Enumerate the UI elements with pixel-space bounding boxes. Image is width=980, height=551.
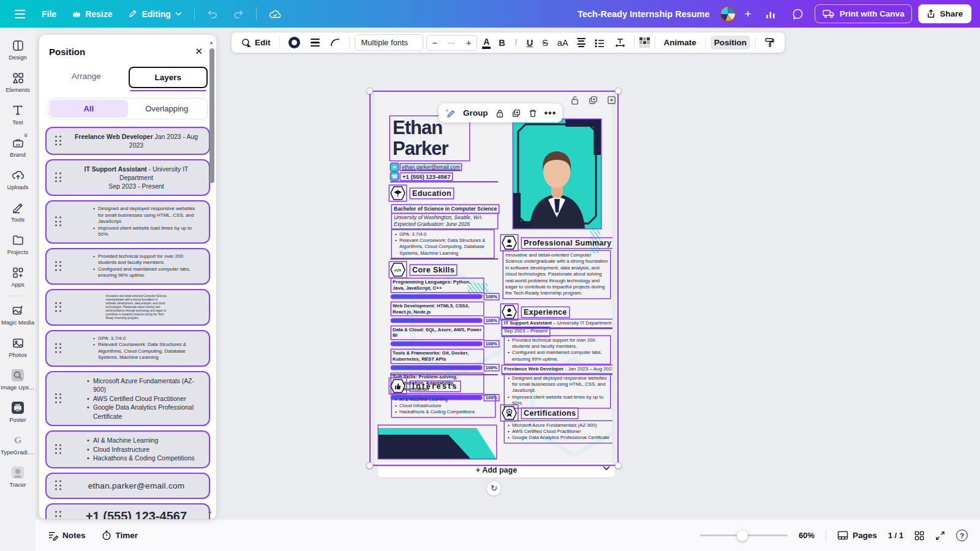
certifications-header[interactable]: Certifications xyxy=(501,405,578,421)
sidebar-item-tools[interactable]: Tools xyxy=(0,196,36,228)
animate-button[interactable]: Animate xyxy=(660,36,700,50)
filter-overlapping[interactable]: Overlapping xyxy=(128,100,206,118)
undo-icon[interactable] xyxy=(201,6,224,22)
resize-handle[interactable] xyxy=(615,462,622,469)
drag-handle-icon[interactable] xyxy=(55,173,62,183)
zoom-slider-thumb[interactable] xyxy=(737,530,748,541)
layer-item[interactable]: Provided technical support for over 200 … xyxy=(45,248,210,285)
drag-handle-icon[interactable] xyxy=(55,511,62,520)
font-size-minus[interactable]: − xyxy=(427,36,443,50)
help-icon[interactable]: ? xyxy=(956,530,968,541)
sidebar-item-tracer[interactable]: Tracer xyxy=(0,461,36,493)
layer-item[interactable]: Freelance Web Developer Jan 2023 - Aug 2… xyxy=(45,127,210,155)
font-size-value[interactable]: -- xyxy=(443,36,461,50)
panel-scrollbar[interactable] xyxy=(209,48,214,183)
skill-row[interactable]: Web Development: HTML5, CSS3, React.js, … xyxy=(391,302,499,323)
sidebar-item-magic-media[interactable]: Magic Media xyxy=(0,299,36,331)
summary-header[interactable]: Professional Summary xyxy=(501,235,612,250)
insights-chart-icon[interactable] xyxy=(760,6,781,23)
file-button[interactable]: File xyxy=(36,6,62,23)
drag-handle-icon[interactable] xyxy=(55,343,62,353)
sidebar-item-projects[interactable]: Projects xyxy=(0,228,36,261)
skill-bar[interactable] xyxy=(391,366,481,369)
fullscreen-icon[interactable] xyxy=(935,531,945,541)
drag-handle-icon[interactable] xyxy=(55,481,62,491)
line-curve-icon[interactable] xyxy=(326,36,344,50)
tab-arrange[interactable]: Arrange xyxy=(48,67,125,88)
sidebar-item-text[interactable]: Text xyxy=(0,99,36,131)
summary-text[interactable]: Innovative and detail-oriented Computer … xyxy=(503,251,610,298)
timer-button[interactable]: Timer xyxy=(102,530,138,541)
skill-label[interactable]: Web Development: HTML5, CSS3, React.js, … xyxy=(391,302,483,316)
grid-view-icon[interactable] xyxy=(914,531,924,541)
divider[interactable] xyxy=(390,374,498,375)
chevron-down-icon[interactable] xyxy=(603,466,610,471)
position-button[interactable]: Position xyxy=(710,36,750,50)
school-lines[interactable]: University of Washington, Seattle, WA Ex… xyxy=(392,214,497,228)
layer-item[interactable]: IT Support Assistant - University IT Dep… xyxy=(45,159,210,196)
sidebar-item-photos[interactable]: Photos xyxy=(0,331,36,364)
email-row[interactable]: ✉ ethan.parker@email.com xyxy=(391,163,461,171)
zoom-level[interactable]: 60% xyxy=(799,531,815,540)
duplicate-icon[interactable] xyxy=(511,108,521,118)
text-color-button[interactable]: A xyxy=(480,36,492,50)
interests-bullets[interactable]: AI & Machine LearningCloud Infrastructur… xyxy=(392,395,495,417)
sidebar-item-uploads[interactable]: Uploads xyxy=(0,163,36,196)
design-page[interactable]: EthanParker ✉ ethan.parker@email.com ☎ +… xyxy=(375,92,612,465)
tab-layers[interactable]: Layers xyxy=(129,67,208,88)
skill-row[interactable]: Tools & Frameworks: Git, Docker, Kuberne… xyxy=(391,350,499,370)
drag-handle-icon[interactable] xyxy=(55,136,62,146)
layer-item[interactable]: Microsoft Azure Fundamentals (AZ-900)AWS… xyxy=(45,371,210,427)
menu-icon[interactable] xyxy=(9,5,32,23)
editing-mode-dropdown[interactable]: Editing xyxy=(122,6,187,23)
edit-button[interactable]: Edit xyxy=(238,36,274,50)
print-with-canva-button[interactable]: Print with Canva xyxy=(815,4,913,23)
resize-button[interactable]: Resize xyxy=(66,6,118,23)
layer-item[interactable]: Designed and deployed responsive website… xyxy=(45,200,210,244)
cloud-saved-icon[interactable] xyxy=(263,6,287,23)
paint-roller-icon[interactable] xyxy=(761,35,778,50)
rotate-page-button[interactable]: ↻ xyxy=(486,481,502,496)
phone-row[interactable]: ☎ +1 (555) 123-4567 xyxy=(391,173,452,180)
add-page-button[interactable]: + Add page xyxy=(378,463,615,478)
more-options-icon[interactable]: ••• xyxy=(545,108,557,119)
drag-handle-icon[interactable] xyxy=(55,217,62,227)
font-family-dropdown[interactable]: Multiple fonts xyxy=(355,34,423,51)
add-page-icon[interactable] xyxy=(606,95,617,105)
comments-icon[interactable] xyxy=(787,5,809,23)
sidebar-item-design[interactable]: Design xyxy=(0,34,36,66)
skill-bar[interactable] xyxy=(391,319,481,322)
layer-item[interactable]: GPA: 3.7/4.0Relevant Coursework: Data St… xyxy=(45,330,210,367)
job2-bullets[interactable]: Designed and deployed responsive website… xyxy=(505,374,610,408)
resume-email[interactable]: ethan.parker@email.com xyxy=(401,164,461,170)
alignment-button[interactable] xyxy=(575,37,588,48)
stroke-weight-icon[interactable] xyxy=(307,36,323,50)
transparency-button[interactable] xyxy=(639,37,650,48)
text-spacing-button[interactable] xyxy=(611,36,629,50)
divider[interactable] xyxy=(390,258,498,260)
sidebar-item-poster[interactable]: Poster xyxy=(0,396,36,429)
skill-row[interactable]: Programming Languages: Python, Java, Jav… xyxy=(391,279,499,299)
close-icon[interactable]: ✕ xyxy=(191,45,206,58)
list-button[interactable] xyxy=(591,36,608,50)
resize-handle[interactable] xyxy=(366,88,373,94)
profile-photo[interactable] xyxy=(513,119,601,228)
sidebar-item-brand[interactable]: co Brand ♛ xyxy=(0,131,36,163)
resume-name[interactable]: EthanParker xyxy=(390,116,469,160)
decorative-banner[interactable] xyxy=(379,425,496,459)
document-title[interactable]: Tech-Ready Internship Resume xyxy=(578,9,710,19)
unlock-icon[interactable] xyxy=(570,95,580,105)
divider[interactable] xyxy=(390,181,498,182)
resize-handle[interactable] xyxy=(615,88,622,94)
lock-icon[interactable] xyxy=(495,108,505,118)
skill-percentage[interactable]: 100% xyxy=(484,318,499,323)
underline-button[interactable]: U xyxy=(524,36,536,50)
resume-phone[interactable]: +1 (555) 123-4567 xyxy=(401,173,452,180)
skill-label[interactable]: Tools & Frameworks: Git, Docker, Kuberne… xyxy=(391,350,483,363)
drag-handle-icon[interactable] xyxy=(55,261,62,271)
resize-handle[interactable] xyxy=(366,462,373,469)
job1-bullets[interactable]: Provided technical support for over 200 … xyxy=(505,336,610,364)
magic-edit-icon[interactable] xyxy=(445,107,456,119)
add-member-icon[interactable]: + xyxy=(742,7,754,21)
core-skills-header[interactable]: </> Core Skills xyxy=(390,262,456,277)
